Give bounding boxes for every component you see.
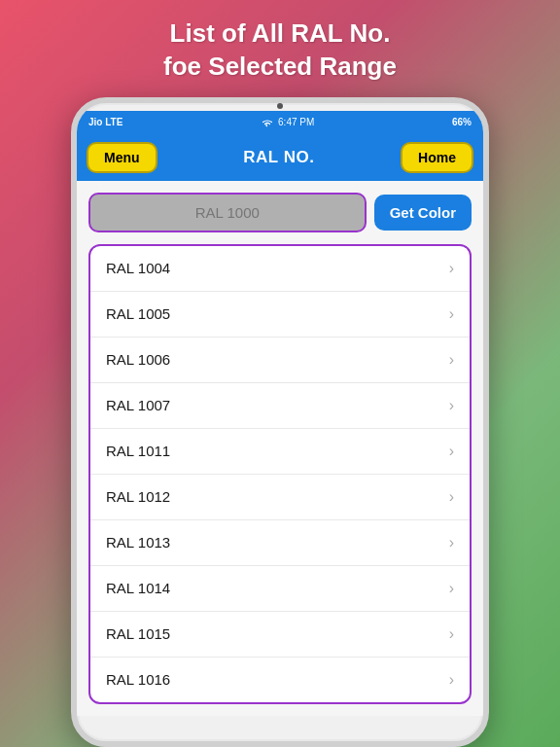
home-button[interactable]: Home [401,142,473,173]
list-item[interactable]: RAL 1004› [90,246,470,292]
ral-list: RAL 1004›RAL 1005›RAL 1006›RAL 1007›RAL … [88,244,472,704]
chevron-right-icon: › [449,625,454,643]
chevron-right-icon: › [449,580,454,597]
list-item[interactable]: RAL 1012› [90,475,470,520]
list-item-label: RAL 1006 [106,351,170,368]
chevron-right-icon: › [449,443,454,460]
list-item-label: RAL 1014 [106,580,170,596]
content-area: Get Color RAL 1004›RAL 1005›RAL 1006›RAL… [77,181,483,716]
menu-button[interactable]: Menu [87,142,158,173]
list-item-label: RAL 1007 [106,397,170,413]
list-item-label: RAL 1005 [106,305,170,322]
device-frame: Jio LTE 6:47 PM 66% Menu RAL NO. Home Ge… [71,97,489,747]
ral-search-input[interactable] [88,193,367,232]
chevron-right-icon: › [449,534,454,551]
carrier-label: Jio LTE [88,117,122,127]
list-item-label: RAL 1011 [106,443,170,459]
list-item[interactable]: RAL 1007› [90,383,470,429]
time-wifi: 6:47 PM [261,117,314,127]
list-item[interactable]: RAL 1014› [90,566,470,612]
chevron-right-icon: › [449,351,454,369]
nav-title: RAL NO. [243,148,314,167]
battery-label: 66% [452,117,472,127]
list-item[interactable]: RAL 1011› [90,429,470,475]
list-item[interactable]: RAL 1016› [90,658,470,702]
status-bar: Jio LTE 6:47 PM 66% [77,111,483,134]
camera-dot [277,103,283,109]
chevron-right-icon: › [449,305,454,323]
list-item-label: RAL 1004 [106,260,170,276]
list-item-label: RAL 1015 [106,625,170,642]
chevron-right-icon: › [449,260,454,277]
chevron-right-icon: › [449,397,454,414]
page-title: List of All RAL No. foe Selected Range [144,0,416,97]
list-item[interactable]: RAL 1006› [90,338,470,383]
nav-bar: Menu RAL NO. Home [77,134,483,181]
list-item-label: RAL 1016 [106,671,170,688]
search-row: Get Color [88,193,472,232]
list-item[interactable]: RAL 1015› [90,612,470,658]
get-color-button[interactable]: Get Color [374,195,472,231]
chevron-right-icon: › [449,671,454,689]
list-item-label: RAL 1012 [106,488,170,505]
chevron-right-icon: › [449,488,454,506]
list-item-label: RAL 1013 [106,534,170,551]
wifi-icon [261,118,274,127]
list-item[interactable]: RAL 1005› [90,292,470,338]
list-item[interactable]: RAL 1013› [90,520,470,566]
